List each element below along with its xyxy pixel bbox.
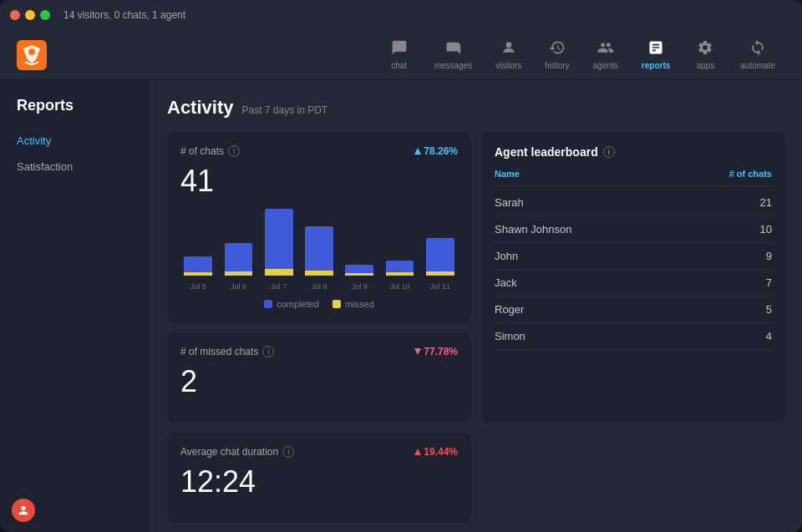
nav-label-history: history (545, 61, 569, 70)
lb-row: Shawn Johnson10 (495, 216, 772, 243)
main-content: Activity Past 7 days in PDT # of chats i (150, 80, 802, 532)
chats-label: # of chats i (180, 145, 240, 157)
missed-chats-card: # of missed chats i 77.78% 2 (167, 332, 471, 423)
nav-item-history[interactable]: history (535, 34, 579, 75)
nav-label-messages: messages (434, 61, 473, 70)
svg-point-2 (505, 42, 511, 48)
maximize-button[interactable] (40, 10, 50, 20)
nav-item-chat[interactable]: chat (378, 34, 421, 75)
page-subtitle: Past 7 days in PDT (241, 104, 327, 116)
bar-group: Jul 8 (302, 209, 337, 276)
bar-missed (386, 272, 414, 276)
missed-chats-header: # of missed chats i 77.78% (180, 346, 458, 357)
nav-label-apps: apps (696, 61, 714, 70)
leaderboard-header: Agent leaderboard i (495, 145, 772, 159)
bar-label: Jul 11 (430, 282, 450, 291)
missed-chats-label: # of missed chats i (180, 346, 274, 357)
leaderboard-table: Name # of chats Sarah21Shawn Johnson10Jo… (495, 169, 772, 350)
bar-missed (225, 271, 253, 276)
agents-icon (597, 39, 614, 58)
bar-completed (265, 209, 293, 269)
bar-label: Jul 6 (231, 282, 246, 291)
bar-group: Jul 5 (180, 209, 216, 276)
chat-icon (391, 39, 408, 58)
bar-completed (345, 265, 373, 273)
page-title: Activity (167, 97, 233, 119)
bar-group: Jul 7 (261, 209, 297, 276)
history-icon (549, 39, 566, 58)
legend-missed: missed (332, 299, 374, 309)
bar-completed (305, 226, 333, 271)
nav-item-visitors[interactable]: visitors (485, 34, 531, 75)
nav-item-automate[interactable]: automate (730, 34, 785, 75)
bar-group: Jul 6 (221, 209, 256, 276)
leaderboard-card: Agent leaderboard i Name # of chats Sara… (481, 132, 785, 423)
bar-missed (345, 273, 373, 276)
window-status: 14 visitors, 0 chats, 1 agent (63, 9, 185, 21)
close-button[interactable] (10, 10, 20, 20)
lb-agent-chats: 5 (766, 303, 772, 316)
missed-chats-trend: 77.78% (414, 346, 458, 357)
avg-duration-header: Average chat duration i 19.44% (180, 446, 458, 458)
leaderboard-info-icon[interactable]: i (603, 146, 615, 158)
svg-marker-4 (414, 348, 421, 355)
nav-item-apps[interactable]: apps (683, 34, 727, 75)
svg-marker-3 (414, 148, 421, 155)
bar-label: Jul 7 (271, 282, 287, 291)
lb-agent-name: Roger (495, 303, 524, 316)
chats-trend: 78.26% (414, 145, 458, 157)
lb-col-name: Name (495, 169, 520, 179)
lb-thead: Name # of chats (495, 169, 772, 186)
avg-duration-value: 12:24 (180, 464, 458, 499)
missed-chats-info-icon[interactable]: i (262, 346, 274, 357)
bar-completed (184, 256, 212, 272)
titlebar: 14 visitors, 0 chats, 1 agent (0, 0, 802, 30)
bar-label: Jul 9 (352, 282, 368, 291)
bottom-row: Average chat duration i 19.44% 12:24 (167, 433, 785, 523)
automate-icon (749, 39, 766, 58)
bar-completed (225, 243, 253, 271)
spacer (481, 433, 785, 523)
bar-group: Jul 9 (342, 209, 377, 276)
chats-info-icon[interactable]: i (228, 145, 240, 157)
chats-value: 41 (180, 164, 458, 199)
lb-agent-name: Sarah (495, 196, 524, 209)
chats-card: # of chats i 78.26% 41 Ju (167, 132, 471, 322)
nav-item-reports[interactable]: reports (632, 34, 680, 75)
avg-duration-trend: 19.44% (414, 446, 458, 458)
svg-point-1 (28, 48, 35, 55)
lb-row: Roger5 (495, 296, 772, 323)
bar-completed (386, 261, 414, 272)
lb-agent-chats: 10 (760, 223, 772, 236)
lb-agent-chats: 9 (766, 250, 772, 262)
sidebar: Reports Activity Satisfaction (0, 80, 150, 532)
lb-agent-name: Shawn Johnson (495, 223, 572, 236)
minimize-button[interactable] (25, 10, 35, 20)
messages-icon (444, 39, 461, 58)
app-window: 14 visitors, 0 chats, 1 agent (0, 0, 802, 532)
svg-marker-5 (414, 448, 421, 455)
lb-agent-chats: 7 (766, 276, 772, 289)
nav-label-visitors: visitors (495, 61, 521, 70)
main-layout: chat messages (0, 30, 802, 532)
nav-label-agents: agents (593, 61, 618, 70)
chats-card-header: # of chats i 78.26% (180, 145, 458, 157)
nav-item-agents[interactable]: agents (583, 34, 628, 75)
visitors-icon (500, 39, 517, 58)
lb-row: Sarah21 (495, 190, 772, 216)
content-area: Reports Activity Satisfaction Activity P… (0, 80, 802, 532)
nav-item-messages[interactable]: messages (424, 34, 483, 75)
legend-missed-dot (332, 300, 341, 308)
sidebar-item-satisfaction[interactable]: Satisfaction (0, 154, 150, 180)
avg-duration-label: Average chat duration i (180, 446, 294, 458)
lb-row: Simon4 (495, 323, 772, 350)
missed-chats-value: 2 (180, 364, 458, 399)
lb-col-chats: # of chats (729, 169, 772, 179)
sidebar-item-activity[interactable]: Activity (0, 128, 150, 154)
bar-missed (305, 271, 333, 276)
bar-group: Jul 10 (382, 209, 417, 276)
chart-bars: Jul 5Jul 6Jul 7Jul 8Jul 9Jul 10Jul 11 (180, 209, 458, 292)
avg-duration-info-icon[interactable]: i (282, 446, 294, 458)
lb-row: John9 (495, 243, 772, 270)
user-avatar[interactable] (12, 499, 35, 522)
